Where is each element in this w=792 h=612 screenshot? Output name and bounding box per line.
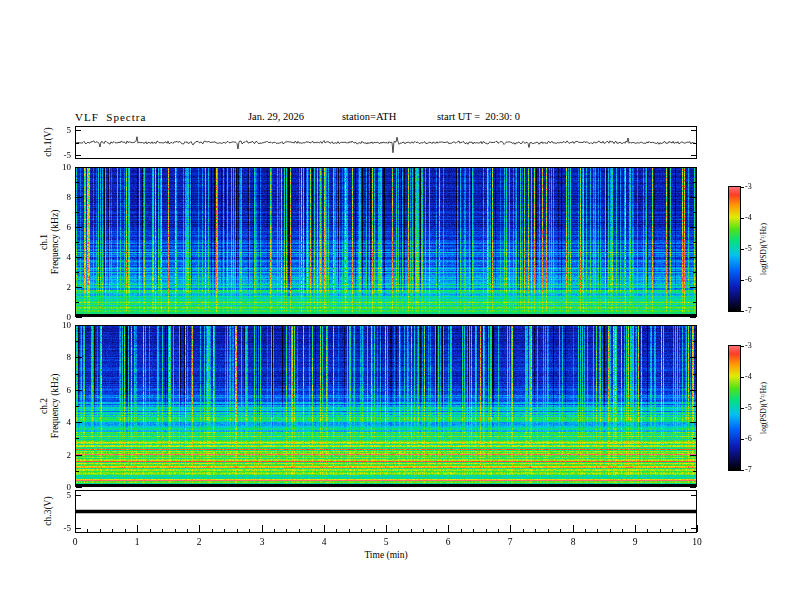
tick-label: 5 bbox=[56, 125, 71, 135]
tick-label: 0 bbox=[66, 537, 84, 547]
ch1-waveform-canvas bbox=[76, 127, 696, 158]
ch1-spec-label-line2: Frequency (kHz) bbox=[50, 210, 61, 275]
tick-mark bbox=[690, 487, 696, 488]
tick-mark bbox=[741, 187, 744, 188]
tick-label: 8 bbox=[564, 537, 582, 547]
tick-label: 5 bbox=[377, 537, 395, 547]
ch1-voltage-axis-label: ch.1(V) bbox=[43, 127, 53, 156]
ch1-spectrogram-panel bbox=[75, 167, 697, 317]
tick-label: 2 bbox=[190, 537, 208, 547]
ch1-spectrogram-canvas bbox=[76, 168, 696, 316]
tick-label: 2 bbox=[56, 450, 71, 460]
tick-label: -5 bbox=[56, 150, 71, 160]
tick-mark bbox=[741, 249, 744, 250]
ch3-voltage-panel bbox=[75, 490, 697, 533]
ch2-colorbar bbox=[728, 345, 741, 471]
ch1-colorbar-canvas bbox=[729, 187, 740, 311]
tick-label: 8 bbox=[56, 352, 71, 362]
ch2-frequency-axis-label: ch.2 Frequency (kHz) bbox=[39, 374, 61, 439]
ch1-spec-label-line1: ch.1 bbox=[39, 210, 50, 275]
tick-label: 1 bbox=[128, 537, 146, 547]
ch3-voltage-axis-label: ch.3(V) bbox=[43, 496, 53, 525]
ch2-spec-label-line2: Frequency (kHz) bbox=[50, 374, 61, 439]
tick-mark bbox=[741, 439, 744, 440]
ch1-frequency-axis-label: ch.1 Frequency (kHz) bbox=[39, 210, 61, 275]
tick-label: 10 bbox=[688, 537, 706, 547]
tick-label: 8 bbox=[56, 192, 71, 202]
tick-mark bbox=[741, 377, 744, 378]
tick-mark bbox=[690, 317, 696, 318]
tick-label: 10 bbox=[56, 162, 71, 172]
tick-label: 3 bbox=[253, 537, 271, 547]
figure-start-ut: start UT = 20:30: 0 bbox=[437, 111, 520, 122]
ch2-colorbar-label: log(PSD)(V²/Hz) bbox=[759, 382, 768, 434]
ch1-voltage-axis-label-text: ch.1(V) bbox=[43, 127, 53, 156]
ch3-waveform-canvas bbox=[76, 491, 696, 532]
tick-label: -7 bbox=[745, 465, 765, 475]
tick-label: 0 bbox=[56, 312, 71, 322]
tick-label: 10 bbox=[56, 320, 71, 330]
tick-label: 0 bbox=[56, 482, 71, 492]
ch3-voltage-axis-label-text: ch.3(V) bbox=[43, 496, 53, 525]
tick-label: -6 bbox=[745, 434, 765, 444]
tick-label: -5 bbox=[56, 523, 71, 533]
tick-mark bbox=[697, 525, 698, 532]
tick-label: 5 bbox=[56, 490, 71, 500]
tick-mark bbox=[741, 346, 744, 347]
tick-mark bbox=[741, 311, 744, 312]
ch2-colorbar-canvas bbox=[729, 346, 740, 470]
tick-label: 7 bbox=[501, 537, 519, 547]
tick-label: -6 bbox=[745, 275, 765, 285]
ch1-voltage-panel bbox=[75, 126, 697, 159]
tick-label: 2 bbox=[56, 282, 71, 292]
tick-mark bbox=[741, 408, 744, 409]
tick-mark bbox=[76, 317, 82, 318]
tick-label: -4 bbox=[745, 213, 765, 223]
tick-mark bbox=[741, 470, 744, 471]
tick-label: -3 bbox=[745, 341, 765, 351]
ch2-spec-label-line1: ch.2 bbox=[39, 374, 50, 439]
tick-label: -3 bbox=[745, 182, 765, 192]
figure-station: station=ATH bbox=[342, 111, 396, 122]
figure-date: Jan. 29, 2026 bbox=[248, 111, 304, 122]
tick-mark bbox=[76, 487, 82, 488]
tick-label: -7 bbox=[745, 306, 765, 316]
tick-label: 6 bbox=[439, 537, 457, 547]
vlf-spectra-figure: VLF Spectra Jan. 29, 2026 station=ATH st… bbox=[0, 0, 792, 612]
ch1-colorbar bbox=[728, 186, 741, 312]
ch2-spectrogram-canvas bbox=[76, 326, 696, 486]
ch2-spectrogram-panel bbox=[75, 325, 697, 487]
tick-label: 4 bbox=[315, 537, 333, 547]
time-axis-label: Time (min) bbox=[75, 550, 697, 560]
tick-label: -4 bbox=[745, 372, 765, 382]
figure-title: VLF Spectra bbox=[75, 111, 146, 123]
tick-label: 9 bbox=[626, 537, 644, 547]
tick-mark bbox=[741, 218, 744, 219]
tick-mark bbox=[741, 280, 744, 281]
ch1-colorbar-label: log(PSD)(V²/Hz) bbox=[759, 223, 768, 275]
